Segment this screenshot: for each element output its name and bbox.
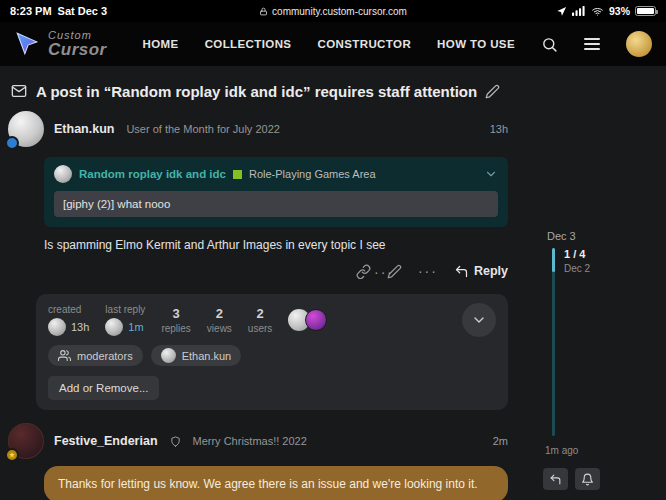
timeline-notifications-bell-button[interactable] <box>575 468 600 490</box>
nav-collections[interactable]: COLLECTIONS <box>205 38 292 50</box>
post2-username[interactable]: Festive_Enderian <box>54 434 158 448</box>
nav-how-to-use[interactable]: HOW TO USE <box>437 38 515 50</box>
post2-timestamp[interactable]: 2m <box>493 435 522 447</box>
moderator-user-pill[interactable]: Ethan.kun <box>151 345 242 366</box>
location-arrow-icon <box>556 6 567 17</box>
nav-constructor[interactable]: CONSTRUCTOR <box>317 38 411 50</box>
quoted-topic-category[interactable]: Role-Playing Games Area <box>249 168 376 180</box>
created-time: 13h <box>71 321 89 333</box>
avatar-flair-badge <box>5 136 19 150</box>
status-time: 8:23 PM <box>10 5 52 17</box>
site-header: Custom Cursor HOME COLLECTIONS CONSTRUCT… <box>0 22 666 66</box>
created-label: created <box>48 304 89 315</box>
ipad-screen: 8:23 PM Sat Dec 3 community.custom-curso… <box>0 0 666 500</box>
post1-text: Is spamming Elmo Kermit and Arthur Image… <box>44 238 508 252</box>
post2-author-avatar[interactable] <box>8 423 44 459</box>
logo-text-cursor: Cursor <box>48 41 107 58</box>
custom-cursor-logo-icon <box>14 31 40 57</box>
more-actions-icon[interactable]: ··· <box>418 266 438 276</box>
replies-label: replies <box>161 323 190 334</box>
participant-avatars <box>288 309 327 331</box>
address-bar-url[interactable]: community.custom-cursor.com <box>272 6 407 17</box>
post2-staff-message: Thanks for letting us know. We agree the… <box>44 466 508 500</box>
add-or-remove-button[interactable]: Add or Remove... <box>48 376 159 400</box>
views-label: views <box>207 323 232 334</box>
post1-username[interactable]: Ethan.kun <box>54 122 114 136</box>
quoted-topic-box: Random roplay idk and idc Role-Playing G… <box>44 157 508 227</box>
topic-title-row: A post in “Random roplay idk and idc” re… <box>10 80 652 102</box>
timeline-reply-button[interactable] <box>543 468 568 490</box>
status-bar: 8:23 PM Sat Dec 3 community.custom-curso… <box>0 0 666 22</box>
moderators-group-pill[interactable]: moderators <box>48 345 143 366</box>
topic-title: A post in “Random roplay idk and idc” re… <box>36 83 477 100</box>
users-count: 2 <box>256 306 263 321</box>
quoted-topic-link[interactable]: Random roplay idk and idc <box>79 168 226 180</box>
post1-timestamp[interactable]: 13h <box>490 123 522 135</box>
post2-header: Festive_Enderian Merry Christmas!! 2022 … <box>8 423 522 459</box>
search-icon[interactable] <box>541 36 558 53</box>
bell-icon <box>581 473 594 486</box>
avatar-flair-star <box>5 448 19 462</box>
quote-author-avatar[interactable] <box>54 165 72 183</box>
post1-header: Ethan.kun User of the Month for July 202… <box>8 111 522 147</box>
main-nav: HOME COLLECTIONS CONSTRUCTOR HOW TO USE <box>143 31 652 57</box>
post1-author-avatar[interactable] <box>8 111 44 147</box>
views-count: 2 <box>216 306 223 321</box>
post-stream: Ethan.kun User of the Month for July 202… <box>0 111 522 500</box>
quote-expand-chevron-icon[interactable] <box>484 167 498 181</box>
battery-icon <box>635 6 656 16</box>
envelope-icon <box>10 83 28 99</box>
share-link-icon[interactable] <box>356 264 371 279</box>
timeline-scrubber-handle[interactable] <box>552 248 555 272</box>
users-group-icon <box>58 349 71 362</box>
moderator-avatar <box>161 348 176 363</box>
timeline-start-date[interactable]: Dec 3 <box>541 230 661 242</box>
post1-reply-button[interactable]: Reply <box>454 264 508 279</box>
last-reply-time: 1m <box>128 321 143 333</box>
participant-avatar-2[interactable] <box>305 309 327 331</box>
topic-map-toggle-button[interactable] <box>462 303 496 337</box>
staff-shield-icon <box>170 436 181 447</box>
edit-title-pencil-icon[interactable] <box>485 84 500 99</box>
post1-actions: ··· ··· Reply <box>44 261 508 281</box>
replies-count: 3 <box>172 306 179 321</box>
timeline-position: 1 / 4 <box>564 248 590 260</box>
collapsed-actions-dots-icon[interactable]: ··· <box>374 267 394 277</box>
post1-body: Random roplay idk and idc Role-Playing G… <box>44 157 508 281</box>
reply-arrow-icon <box>549 473 562 486</box>
battery-percent: 93% <box>609 5 630 17</box>
reply-arrow-icon <box>454 264 469 279</box>
post1-user-title: User of the Month for July 2022 <box>126 123 279 135</box>
topic-creator-avatar[interactable] <box>48 318 66 336</box>
lock-icon <box>259 7 268 16</box>
users-label: users <box>248 323 272 334</box>
current-user-avatar[interactable] <box>626 31 652 57</box>
topic-timeline: Dec 3 1 / 4 Dec 2 1m ago <box>541 230 661 490</box>
nav-home[interactable]: HOME <box>143 38 179 50</box>
timeline-scrollbar[interactable] <box>552 248 555 436</box>
post2-user-title: Merry Christmas!! 2022 <box>193 435 307 447</box>
status-date: Sat Dec 3 <box>58 5 108 17</box>
chevron-down-icon <box>471 312 487 328</box>
last-reply-avatar[interactable] <box>105 318 123 336</box>
topic-map: created 13h last reply 1m <box>36 294 508 410</box>
category-color-badge <box>233 170 242 179</box>
timeline-prev-date: Dec 2 <box>564 263 590 274</box>
cellular-signal-icon <box>572 6 586 16</box>
timeline-last-activity[interactable]: 1m ago <box>541 445 661 456</box>
wifi-icon <box>591 6 604 17</box>
last-reply-label: last reply <box>105 304 145 315</box>
site-logo[interactable]: Custom Cursor <box>14 30 107 58</box>
quoted-post-text: [giphy (2)] what nooo <box>54 191 498 217</box>
hamburger-menu-icon[interactable] <box>584 38 600 50</box>
